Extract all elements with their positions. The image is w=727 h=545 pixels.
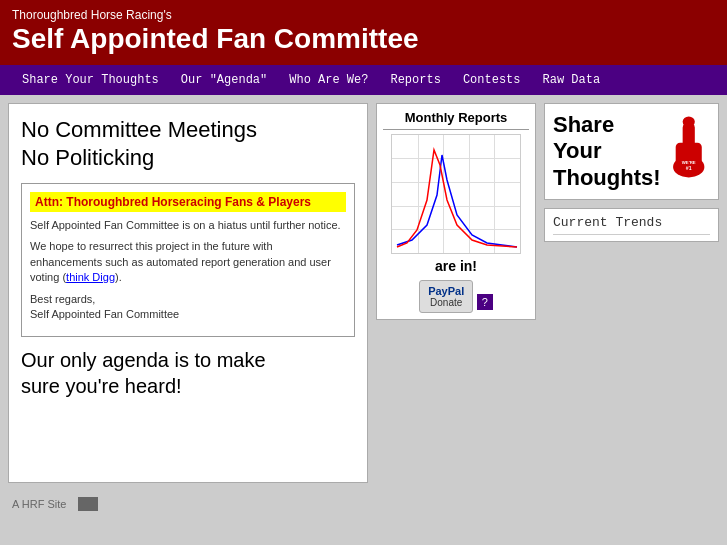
foam-finger-icon: WE'RE #1 bbox=[667, 112, 710, 182]
svg-point-3 bbox=[682, 116, 694, 126]
notice-title: Attn: Thoroughbred Horseracing Fans & Pl… bbox=[30, 192, 346, 212]
header: Thoroughbred Horse Racing's Self Appoint… bbox=[0, 0, 727, 65]
trends-title: Current Trends bbox=[553, 215, 710, 235]
think-digg-link[interactable]: think Digg bbox=[66, 271, 115, 283]
header-subtitle: Thoroughbred Horse Racing's bbox=[12, 8, 715, 22]
question-mark-icon[interactable]: ? bbox=[477, 294, 493, 310]
right-column: Monthly Reports are bbox=[376, 103, 536, 483]
footer: A HRF Site bbox=[0, 491, 727, 517]
share-box: ShareYourThoughts! WE'RE #1 bbox=[544, 103, 719, 200]
nav-contests[interactable]: Contests bbox=[453, 71, 531, 89]
paypal-button[interactable]: PayPal Donate bbox=[419, 280, 473, 313]
sidebar: ShareYourThoughts! WE'RE #1 Current Tren… bbox=[544, 103, 719, 483]
svg-text:#1: #1 bbox=[685, 165, 691, 171]
notice-box: Attn: Thoroughbred Horseracing Fans & Pl… bbox=[21, 183, 355, 337]
main-panel: No Committee MeetingsNo Politicking Attn… bbox=[8, 103, 368, 483]
header-title: Self Appointed Fan Committee bbox=[12, 24, 715, 55]
paypal-label: PayPal bbox=[428, 285, 464, 297]
notice-p1: Self Appointed Fan Committee is on a hia… bbox=[30, 218, 346, 233]
paypal-donate-label: Donate bbox=[428, 297, 464, 308]
footer-icon bbox=[78, 497, 98, 511]
main-headline: No Committee MeetingsNo Politicking bbox=[21, 116, 355, 173]
notice-p3: Best regards,Self Appointed Fan Committe… bbox=[30, 292, 346, 323]
content-area: No Committee MeetingsNo Politicking Attn… bbox=[0, 95, 727, 491]
nav-bar: Share Your Thoughts Our "Agenda" Who Are… bbox=[0, 65, 727, 95]
chart-area bbox=[391, 134, 521, 254]
chart-title: Monthly Reports bbox=[383, 110, 529, 130]
nav-reports[interactable]: Reports bbox=[380, 71, 450, 89]
trends-box: Current Trends bbox=[544, 208, 719, 242]
slogan: Our only agenda is to makesure you're he… bbox=[21, 347, 355, 399]
nav-agenda[interactable]: Our "Agenda" bbox=[171, 71, 277, 89]
share-text: ShareYourThoughts! bbox=[553, 112, 661, 191]
nav-share-thoughts[interactable]: Share Your Thoughts bbox=[12, 71, 169, 89]
notice-p2: We hope to resurrect this project in the… bbox=[30, 239, 346, 285]
chart-are-in: are in! bbox=[383, 258, 529, 274]
nav-raw-data[interactable]: Raw Data bbox=[533, 71, 611, 89]
footer-text: A HRF Site bbox=[12, 498, 66, 510]
nav-who-are-we[interactable]: Who Are We? bbox=[279, 71, 378, 89]
chart-box: Monthly Reports are bbox=[376, 103, 536, 320]
